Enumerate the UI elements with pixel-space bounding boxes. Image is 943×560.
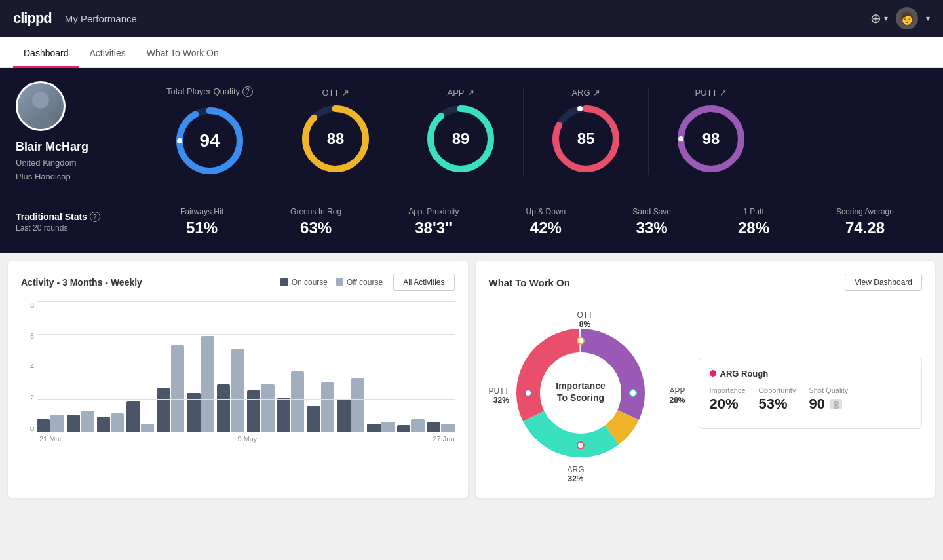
info-stat-opportunity-value: 53% <box>759 396 796 413</box>
stat-sandsave-value: 33% <box>632 219 671 237</box>
bar-group <box>247 384 275 432</box>
bar-dark <box>397 425 410 432</box>
avatar-dropdown[interactable]: ▾ <box>926 14 930 23</box>
info-stats: Importance 20% Opportunity 53% Shot Qual… <box>710 386 912 413</box>
ott-ring: 88 <box>299 103 372 175</box>
svg-text:To Scoring: To Scoring <box>556 392 604 403</box>
bar-dark <box>126 401 140 432</box>
stat-sandsave-label: Sand Save <box>632 207 671 216</box>
bar-dark <box>97 417 110 432</box>
stat-gir: Greens In Reg 63% <box>290 207 341 237</box>
stat-scoring-value: 74.28 <box>836 219 894 237</box>
svg-point-22 <box>577 337 584 344</box>
info-stat-quality: Shot Quality 90 ▒ <box>809 386 848 413</box>
bar-light <box>171 345 184 432</box>
score-cards: OTT ↗ 88 APP ↗ <box>273 88 927 175</box>
bar-dark <box>217 384 230 432</box>
putt-ring: 98 <box>675 103 747 175</box>
work-title: What To Work On <box>489 277 570 288</box>
x-label-jun: 27 Jun <box>433 435 454 443</box>
hero-top: Blair McHarg United Kingdom Plus Handica… <box>16 81 927 195</box>
info-stat-importance-label: Importance <box>710 386 746 394</box>
donut-chart: Importance To Scoring OTT 8% APP 28% <box>489 301 685 485</box>
traditional-stats: Traditional Stats ? Last 20 rounds Fairw… <box>16 195 927 240</box>
logo[interactable]: clippd <box>13 10 52 27</box>
all-activities-button[interactable]: All Activities <box>393 274 454 291</box>
stat-scoring-label: Scoring Average <box>836 207 894 216</box>
legend-off-course-dot <box>336 278 343 286</box>
stat-updown-label: Up & Down <box>526 207 566 216</box>
bar-dark <box>67 415 80 432</box>
view-dashboard-button[interactable]: View Dashboard <box>845 274 922 291</box>
chart-legend: On course Off course <box>280 278 383 287</box>
bar-dark <box>307 406 320 432</box>
bar-dark <box>247 390 260 432</box>
chart-title: Activity - 3 Months - Weekly <box>21 277 142 288</box>
bar-group <box>187 336 214 432</box>
header-right: ⊕ ▾ 🧑 ▾ <box>870 7 930 29</box>
total-quality-label: Total Player Quality ? <box>166 86 253 97</box>
app-ring: 89 <box>425 103 497 175</box>
arg-ring: 85 <box>550 103 622 175</box>
player-name: Blair McHarg <box>16 140 88 154</box>
y-label-4: 4 <box>21 363 34 371</box>
bar-dark <box>187 393 200 432</box>
y-label-8: 8 <box>21 301 34 309</box>
info-stat-quality-label: Shot Quality <box>809 386 848 394</box>
bar-group <box>367 422 395 432</box>
stat-proximity: App. Proximity 38'3" <box>408 207 459 237</box>
info-stat-importance: Importance 20% <box>710 386 746 413</box>
chart-area: 0 2 4 6 8 <box>21 301 455 445</box>
bar-dark <box>337 399 350 432</box>
bar-dark <box>277 398 290 432</box>
bar-light <box>381 422 395 432</box>
trad-stats-subtitle: Last 20 rounds <box>16 223 147 233</box>
player-country: United Kingdom <box>16 158 77 168</box>
header-left: clippd My Performance <box>13 10 137 27</box>
stat-gir-label: Greens In Reg <box>290 207 341 216</box>
bar-light <box>261 384 274 432</box>
legend-off-course-label: Off course <box>347 278 383 287</box>
chart-header: Activity - 3 Months - Weekly On course O… <box>21 274 455 291</box>
y-axis: 0 2 4 6 8 <box>21 301 37 432</box>
total-quality-help[interactable]: ? <box>242 86 253 97</box>
svg-point-23 <box>630 390 636 396</box>
bars-container <box>37 301 455 432</box>
stat-1putt-value: 28% <box>738 219 769 237</box>
bar-group <box>157 345 184 432</box>
tab-dashboard[interactable]: Dashboard <box>13 40 79 68</box>
bar-dark <box>367 424 380 432</box>
x-label-may: 9 May <box>237 435 257 443</box>
svg-point-25 <box>525 390 531 396</box>
add-button[interactable]: ⊕ ▾ <box>870 10 888 26</box>
app-donut-label: APP 28% <box>669 386 685 405</box>
stat-items: Fairways Hit 51% Greens In Reg 63% App. … <box>147 207 927 237</box>
y-label-2: 2 <box>21 394 34 401</box>
stat-updown: Up & Down 42% <box>526 207 566 237</box>
ott-value: 88 <box>327 130 345 148</box>
total-quality: Total Player Quality ? 94 <box>147 86 273 177</box>
legend-on-course: On course <box>280 278 328 287</box>
header-title: My Performance <box>65 13 137 24</box>
arg-label: ARG ↗ <box>571 88 600 98</box>
trad-stats-help[interactable]: ? <box>90 212 100 222</box>
info-card-dot <box>710 370 716 377</box>
stat-1putt-label: 1 Putt <box>738 207 769 216</box>
info-stat-importance-value: 20% <box>710 396 746 413</box>
tab-activities[interactable]: Activities <box>79 40 136 68</box>
bar-light <box>81 411 94 432</box>
avatar[interactable]: 🧑 <box>896 7 918 29</box>
chart-inner: 0 2 4 6 8 <box>21 301 455 432</box>
total-quality-ring: 94 <box>174 105 246 177</box>
donut-svg: Importance To Scoring <box>509 321 653 465</box>
score-card-arg: ARG ↗ 85 <box>524 88 649 175</box>
bar-light <box>201 336 214 432</box>
bar-group <box>37 415 64 432</box>
stat-proximity-value: 38'3" <box>408 219 459 237</box>
ott-donut-label: OTT 8% <box>577 310 593 329</box>
tab-what-to-work-on[interactable]: What To Work On <box>136 40 229 68</box>
info-stat-quality-value: 90 <box>809 396 824 413</box>
svg-point-0 <box>32 92 49 109</box>
legend-on-course-label: On course <box>292 278 328 287</box>
legend-off-course: Off course <box>336 278 383 287</box>
